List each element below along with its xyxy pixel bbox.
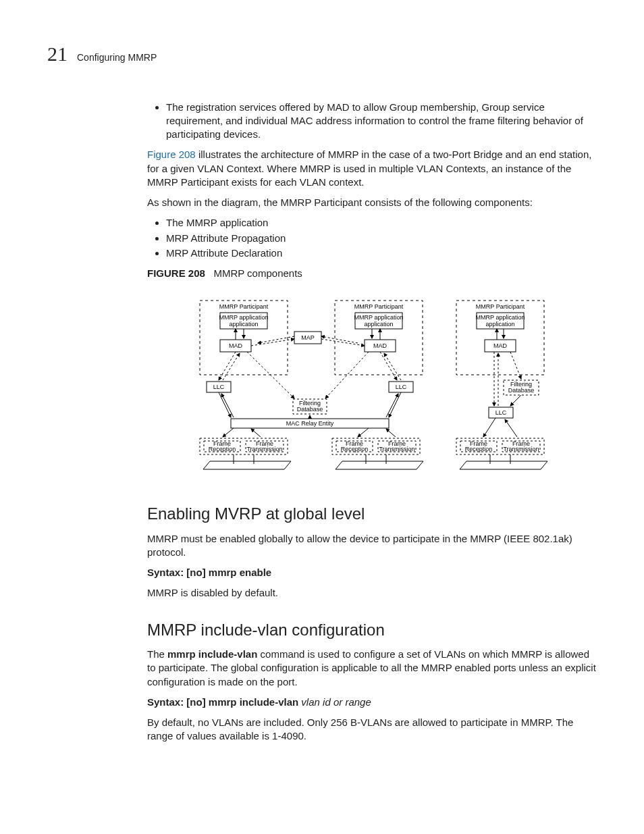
svg-line-71 — [510, 395, 521, 406]
svg-marker-55 — [336, 461, 423, 469]
svg-text:Reception: Reception — [341, 446, 369, 452]
svg-text:application: application — [364, 321, 393, 328]
diagram-label: MMRP Participant — [476, 303, 525, 310]
section2-syntax: Syntax: [no] mmrp include-vlan vlan id o… — [147, 696, 597, 709]
svg-text:Transmission: Transmission — [503, 446, 539, 452]
running-header: 21 Configuring MMRP — [47, 41, 597, 68]
section1-syntax: Syntax: [no] mmrp enable — [147, 566, 597, 579]
svg-line-79 — [483, 418, 495, 437]
svg-line-32 — [389, 392, 401, 417]
svg-rect-11 — [335, 301, 423, 375]
svg-text:Reception: Reception — [209, 446, 236, 452]
svg-line-30 — [219, 392, 231, 417]
svg-line-42 — [251, 429, 261, 437]
section-heading-include-vlan: MMRP include-vlan configuration — [147, 619, 597, 641]
diagram-label: MMRP Participant — [219, 303, 269, 310]
diagram-label: MAD — [493, 342, 508, 349]
chapter-title: Configuring MMRP — [77, 51, 157, 64]
diagram-label: LLC — [396, 384, 407, 390]
syntax-bold: [no] mmrp include-vlan — [186, 696, 298, 708]
content-column: The registration services offered by MAD… — [147, 101, 597, 744]
list-item: MRP Attribute Declaration — [166, 246, 597, 260]
diagram-label: MMRP Participant — [354, 303, 404, 310]
svg-line-80 — [505, 419, 517, 437]
diagram-label: MAC Relay Entity — [286, 420, 334, 427]
page: 21 Configuring MMRP The registration ser… — [0, 0, 644, 834]
svg-text:Transmission: Transmission — [246, 446, 282, 452]
intro-bullet-list: The registration services offered by MAD… — [147, 101, 597, 142]
section-heading-enabling-mvrp: Enabling MVRP at global level — [147, 503, 597, 525]
svg-line-22 — [384, 353, 401, 380]
diagram-label: LLC — [213, 384, 225, 390]
components-list: The MMRP application MRP Attribute Propa… — [147, 216, 597, 260]
text: The — [147, 648, 167, 660]
figure-reference-para: Figure 208 illustrates the architecture … — [147, 148, 597, 189]
svg-line-31 — [221, 394, 234, 417]
figure-label: FIGURE 208 — [147, 267, 205, 279]
command-name: mmrp include-vlan — [167, 648, 257, 660]
svg-text:Reception: Reception — [465, 446, 493, 452]
diagram-label: MAD — [373, 342, 387, 349]
section2-para: The mmrp include-vlan command is used to… — [147, 648, 597, 689]
svg-line-33 — [386, 394, 398, 417]
svg-marker-52 — [203, 461, 291, 469]
section2-default: By default, no VLANs are included. Only … — [147, 716, 597, 744]
syntax-label: Syntax: — [147, 567, 186, 578]
diagram-label: MMRP application — [476, 314, 525, 321]
diagram-label: MAD — [229, 342, 243, 349]
chapter-number: 21 — [47, 41, 68, 68]
svg-line-51 — [386, 429, 396, 437]
figure-diagram-wrap: MMRP Participant MMRP application applic… — [147, 294, 597, 483]
components-intro: As shown in the diagram, the MMRP Partic… — [147, 196, 597, 209]
svg-marker-81 — [460, 461, 547, 469]
svg-text:Database: Database — [297, 406, 323, 413]
svg-text:Transmission: Transmission — [379, 446, 414, 452]
svg-rect-58 — [456, 301, 544, 375]
list-item: The registration services offered by MAD… — [166, 101, 597, 142]
svg-line-19 — [219, 352, 236, 380]
syntax-text: [no] mmrp enable — [186, 567, 271, 578]
section1-para: MMRP must be enabled globally to allow t… — [147, 532, 597, 560]
svg-line-8 — [321, 339, 365, 346]
diagram-label: LLC — [495, 409, 507, 416]
section1-default: MMRP is disabled by default. — [147, 586, 597, 600]
text: illustrates the architecture of MMRP in … — [147, 149, 591, 188]
list-item: MRP Attribute Propagation — [166, 232, 597, 245]
svg-line-21 — [380, 352, 397, 380]
diagram-label: MMRP application — [354, 314, 404, 321]
syntax-label: Syntax: — [147, 696, 186, 708]
figure-caption: FIGURE 208 MMRP components — [147, 267, 597, 280]
diagram-label: MAP — [301, 334, 315, 341]
diagram-label: MMRP application — [219, 314, 269, 321]
svg-text:Database: Database — [508, 387, 535, 394]
svg-line-50 — [358, 428, 369, 437]
svg-line-41 — [223, 428, 234, 437]
svg-line-20 — [223, 353, 240, 380]
list-item: The MMRP application — [166, 216, 597, 230]
figure-caption-text: MMRP components — [213, 267, 302, 279]
figure-link[interactable]: Figure 208 — [147, 149, 196, 160]
syntax-italic: vlan id or range — [298, 696, 371, 708]
svg-text:application: application — [485, 321, 514, 328]
svg-text:application: application — [229, 321, 258, 328]
figure-diagram: MMRP Participant MMRP application applic… — [193, 294, 551, 483]
